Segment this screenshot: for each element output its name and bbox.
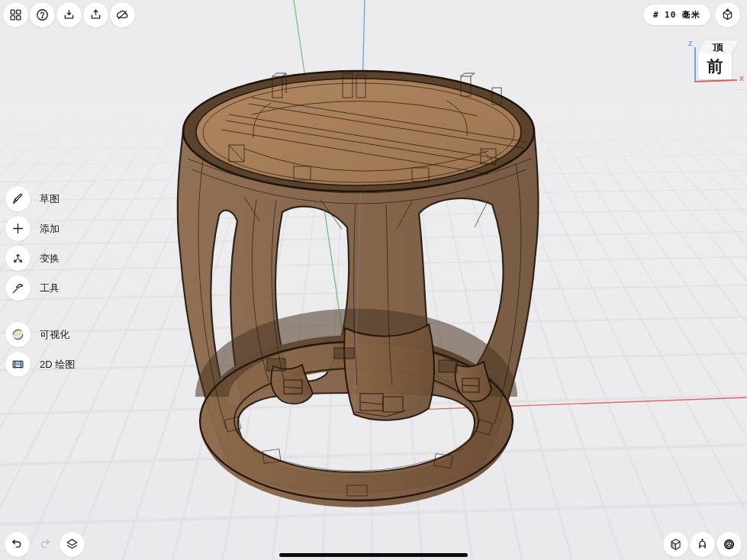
view-cube-z-axis <box>694 47 696 81</box>
magnet-icon <box>695 537 710 552</box>
sidebar-item-tools[interactable]: 工具 <box>5 275 75 301</box>
help-icon <box>35 8 50 22</box>
layers-icon <box>65 537 79 552</box>
sidebar-item-visualize[interactable]: 可视化 <box>5 322 75 347</box>
toolbar-top-right: # 10 毫米 <box>643 2 740 27</box>
undo-icon <box>10 537 24 552</box>
sidebar-item-label: 添加 <box>40 222 60 236</box>
model-canvas[interactable] <box>0 0 747 560</box>
sidebar-item-label: 变换 <box>40 252 60 266</box>
sidebar-item-transform[interactable]: 变换 <box>5 246 75 271</box>
view-cube-z-label: Z <box>688 40 693 47</box>
toolbar-bottom-right <box>663 532 742 557</box>
help-button[interactable] <box>30 2 55 27</box>
import-button[interactable] <box>56 2 82 27</box>
view-cube-x-label: X <box>739 75 744 82</box>
view-cube-front-face[interactable]: 前 <box>698 53 732 79</box>
view-cube-top-face[interactable]: 顶 <box>697 40 739 54</box>
apps-grid-icon <box>8 8 23 22</box>
export-button[interactable] <box>83 2 108 27</box>
sidebar-item-label: 2D 绘图 <box>40 358 75 372</box>
view-cube-x-axis <box>694 79 737 82</box>
3d-viewport[interactable]: # 10 毫米 Z X 顶 前 草图 <box>0 0 747 560</box>
sidebar-item-add[interactable]: 添加 <box>5 216 75 241</box>
orientation-cube-icon <box>720 8 735 22</box>
sync-button[interactable] <box>110 2 135 27</box>
drum-stool-model[interactable] <box>178 69 539 500</box>
sidebar-item-sketch[interactable]: 草图 <box>5 186 75 211</box>
plus-icon <box>5 216 31 241</box>
view-cube[interactable]: Z X 顶 前 <box>687 38 744 89</box>
sidebar-item-label: 可视化 <box>40 328 69 342</box>
toolbar-top-left <box>3 2 135 27</box>
undo-button[interactable] <box>5 532 30 557</box>
gear-icon <box>722 537 736 552</box>
display-mode-button[interactable] <box>663 532 688 557</box>
redo-button[interactable] <box>32 532 57 557</box>
snapping-button[interactable] <box>690 532 715 557</box>
transform-arrows-icon <box>5 246 31 271</box>
tool-sidebar: 草图 添加 变换 工具 <box>5 186 75 381</box>
sidebar-item-label: 草图 <box>40 192 60 206</box>
drawing-sheet-icon <box>5 352 31 377</box>
items-button[interactable] <box>60 532 85 557</box>
cloud-offline-icon <box>115 8 130 22</box>
shaded-cube-icon <box>668 537 683 552</box>
orientation-button[interactable] <box>715 2 740 27</box>
settings-button[interactable] <box>716 532 742 557</box>
toolbar-bottom-left <box>5 532 85 557</box>
hammer-icon <box>5 275 31 301</box>
export-icon <box>89 8 103 22</box>
sidebar-item-label: 工具 <box>40 282 60 295</box>
home-indicator[interactable] <box>279 553 468 557</box>
import-icon <box>62 8 76 22</box>
grid-measure-badge[interactable]: # 10 毫米 <box>643 5 710 25</box>
sketch-pen-icon <box>5 186 31 211</box>
apps-button[interactable] <box>3 2 28 27</box>
visualize-sphere-icon <box>5 322 31 347</box>
sidebar-item-2d-drawing[interactable]: 2D 绘图 <box>5 352 75 377</box>
redo-icon <box>37 537 52 552</box>
